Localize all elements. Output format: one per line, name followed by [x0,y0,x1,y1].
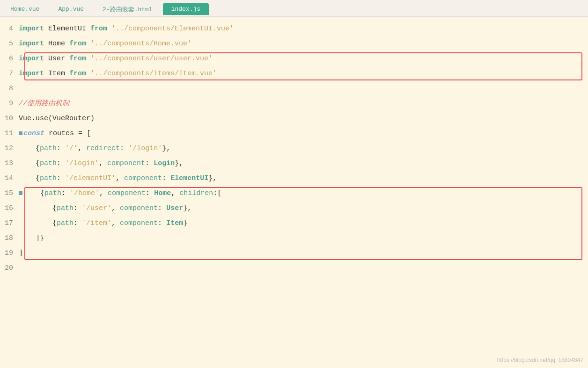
token: , [99,159,107,167]
token: //使用路由机制 [19,100,69,108]
tab-index-js[interactable]: index.js [163,3,209,15]
token: '../components/user/user.vue' [90,55,213,63]
token: } [183,219,187,227]
token: '/item' [82,219,111,227]
token: : [120,144,128,152]
line-number-15: 15 [0,186,19,201]
token: Vue [19,115,31,123]
token: : [57,159,65,167]
collapse-icon[interactable] [19,191,22,195]
line-content-15: {path: '/home', component: Home, childre… [19,186,588,201]
line-number-9: 9 [0,96,19,111]
token: children [179,189,213,197]
token: , [78,144,86,152]
token: component [108,189,146,197]
token: User [44,55,69,63]
line-content-6: import User from '../components/user/use… [19,51,588,66]
token: { [36,144,40,152]
collapse-icon[interactable] [19,131,22,135]
token: from [69,70,86,78]
line-number-6: 6 [0,51,19,66]
token: , [111,219,120,227]
token: : [57,144,65,152]
line-content-10: Vue.use(VueRouter) [19,111,588,126]
token: path [57,204,74,212]
token [86,55,90,63]
token: Item [166,219,183,227]
code-line-18: 18 ]} [0,231,588,246]
code-line-7: 7import Item from '../components/items/I… [0,66,588,81]
token: ElementUI [44,25,90,33]
token: Item [44,70,69,78]
token [86,40,90,48]
token: ] [19,249,23,257]
token: : [146,189,154,197]
code-container: 4import ElementUI from '../components/El… [0,17,588,368]
line-content-9: //使用路由机制 [19,96,588,111]
token: }, [183,204,191,212]
token: '/home' [70,189,99,197]
token: path [57,219,74,227]
token: import [19,40,44,48]
token: use [36,115,48,123]
token: path [40,144,57,152]
line-number-5: 5 [0,36,19,51]
token: , [116,174,124,182]
token: '../components/items/Item.vue' [90,70,217,78]
code-line-10: 10Vue.use(VueRouter) [0,111,588,126]
line-content-18: ]} [19,231,588,246]
code-line-17: 17 {path: '/item', component: Item} [0,216,588,231]
line-number-20: 20 [0,261,19,276]
watermark: https://blog.csdn.net/qq_18804847 [497,357,583,363]
token: import [19,70,44,78]
code-line-5: 5import Home from '../components/Home.vu… [0,36,588,51]
token: '/user' [82,204,111,212]
token: '../components/ElementUI.vue' [111,25,234,33]
token: : [158,204,166,212]
token: { [52,204,57,212]
token: User [166,204,183,212]
code-line-12: 12 {path: '/', redirect: '/login'}, [0,141,588,156]
token: }, [162,144,170,152]
token: import [19,25,44,33]
token: path [40,159,57,167]
token: ]} [36,234,44,242]
token: : [74,204,82,212]
token: { [36,159,40,167]
line-content-7: import Item from '../components/items/It… [19,66,588,81]
token [86,70,90,78]
code-line-14: 14 {path: '/elementUI', component: Eleme… [0,171,588,186]
line-number-19: 19 [0,246,19,261]
token: path [40,174,57,182]
token: { [40,189,44,197]
code-line-16: 16 {path: '/user', component: User}, [0,201,588,216]
token: , [111,204,120,212]
token: (VueRouter) [48,115,95,123]
token: '/' [65,144,78,152]
token: ElementUI [170,174,208,182]
tab-App-vue[interactable]: App.vue [50,3,92,15]
token: from [90,25,107,33]
token: path [44,189,61,197]
token: component [120,219,158,227]
tabs-bar: Home.vueApp.vue2-路由嵌套.htmlindex.js [0,0,588,17]
tab-2------html[interactable]: 2-路由嵌套.html [94,3,161,16]
line-content-5: import Home from '../components/Home.vue… [19,36,588,51]
token: component [124,174,162,182]
line-number-16: 16 [0,201,19,216]
code-line-13: 13 {path: '/login', component: Login}, [0,156,588,171]
token: import [19,55,44,63]
token: . [31,115,36,123]
code-line-11: 11const routes = [ [0,126,588,141]
line-number-7: 7 [0,66,19,81]
line-number-4: 4 [0,22,19,36]
tab-Home-vue[interactable]: Home.vue [2,3,48,15]
line-number-13: 13 [0,156,19,171]
token: Home [44,40,69,48]
line-content-11: const routes = [ [19,126,588,141]
code-line-15: 15 {path: '/home', component: Home, chil… [0,186,588,201]
token: '/elementUI' [65,174,116,182]
line-number-12: 12 [0,141,19,156]
code-line-4: 4import ElementUI from '../components/El… [0,22,588,36]
line-content-12: {path: '/', redirect: '/login'}, [19,141,588,156]
